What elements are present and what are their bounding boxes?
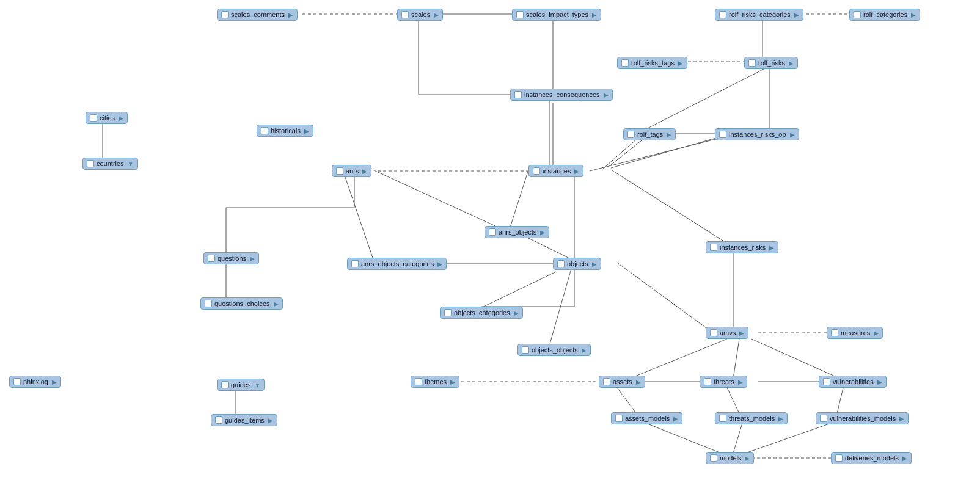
node-arrow-rolf_risks: ▶: [789, 60, 794, 67]
node-measures[interactable]: measures▶: [827, 327, 883, 339]
table-icon-rolf_risks_tags: [621, 59, 629, 67]
svg-line-22: [522, 235, 568, 258]
node-scales_comments[interactable]: scales_comments▶: [217, 9, 298, 21]
node-arrow-instances: ▶: [574, 168, 579, 175]
table-icon-instances_consequences: [514, 91, 522, 98]
node-objects_objects[interactable]: objects_objects▶: [517, 344, 591, 356]
node-label-historicals: historicals: [271, 127, 301, 134]
node-label-questions_choices: questions_choices: [214, 300, 270, 307]
node-arrow-themes: ▶: [450, 379, 455, 385]
node-label-scales_impact_types: scales_impact_types: [526, 11, 588, 18]
node-rolf_risks_categories[interactable]: rolf_risks_categories▶: [715, 9, 803, 21]
node-instances_risks[interactable]: instances_risks▶: [706, 241, 778, 253]
table-icon-objects_categories: [444, 309, 452, 316]
node-historicals[interactable]: historicals▶: [257, 125, 313, 137]
svg-line-27: [474, 272, 556, 311]
node-label-scales: scales: [411, 11, 430, 18]
node-label-deliveries_models: deliveries_models: [845, 454, 899, 462]
node-anrs[interactable]: anrs▶: [332, 165, 371, 177]
node-phinxlog[interactable]: phinxlog▶: [9, 376, 61, 388]
node-questions_choices[interactable]: questions_choices▶: [200, 297, 283, 310]
node-label-countries: countries: [97, 160, 124, 167]
svg-line-45: [745, 423, 831, 453]
node-vulnerabilities[interactable]: vulnerabilities▶: [819, 376, 887, 388]
node-arrow-rolf_tags: ▶: [667, 131, 671, 138]
svg-line-41: [727, 388, 739, 413]
node-label-instances_risks_op: instances_risks_op: [729, 131, 786, 138]
node-assets_models[interactable]: assets_models▶: [611, 412, 682, 424]
table-icon-guides_items: [215, 416, 222, 424]
node-arrow-anrs_objects: ▶: [540, 229, 545, 236]
node-arrow-amvs: ▶: [739, 330, 744, 336]
node-threats[interactable]: threats▶: [700, 376, 747, 388]
node-amvs[interactable]: amvs▶: [706, 327, 748, 339]
node-cities[interactable]: cities▶: [86, 112, 128, 124]
table-icon-instances_risks_op: [719, 131, 726, 138]
node-instances_consequences[interactable]: instances_consequences▶: [510, 89, 613, 101]
node-objects_categories[interactable]: objects_categories▶: [440, 307, 523, 319]
node-label-instances: instances: [543, 167, 571, 175]
svg-line-30: [617, 263, 709, 330]
node-rolf_risks_tags[interactable]: rolf_risks_tags▶: [617, 57, 687, 69]
node-rolf_tags[interactable]: rolf_tags▶: [623, 128, 676, 140]
node-instances_risks_op[interactable]: instances_risks_op▶: [715, 128, 799, 140]
node-rolf_risks[interactable]: rolf_risks▶: [744, 57, 798, 69]
node-objects[interactable]: objects▶: [553, 258, 601, 270]
table-icon-models: [710, 454, 717, 462]
svg-line-34: [751, 339, 840, 379]
svg-line-23: [345, 177, 373, 258]
node-label-rolf_risks_tags: rolf_risks_tags: [631, 59, 675, 67]
node-arrow-countries: ▼: [128, 161, 134, 167]
node-guides[interactable]: guides▼: [217, 379, 265, 391]
node-rolf_categories[interactable]: rolf_categories▶: [849, 9, 920, 21]
node-anrs_objects_categories[interactable]: anrs_objects_categories▶: [347, 258, 447, 270]
node-themes[interactable]: themes▶: [411, 376, 459, 388]
node-label-instances_risks: instances_risks: [720, 244, 766, 251]
svg-line-32: [629, 339, 727, 379]
table-icon-questions_choices: [205, 300, 212, 307]
node-arrow-objects: ▶: [592, 261, 597, 267]
node-arrow-objects_objects: ▶: [582, 347, 587, 354]
node-arrow-scales: ▶: [434, 12, 439, 18]
node-arrow-rolf_risks_tags: ▶: [678, 60, 683, 67]
node-arrow-guides: ▼: [254, 382, 260, 388]
node-label-questions: questions: [218, 255, 246, 262]
node-label-phinxlog: phinxlog: [23, 378, 48, 385]
table-icon-anrs_objects_categories: [351, 260, 359, 267]
node-vulnerabilities_models[interactable]: vulnerabilities_models▶: [816, 412, 909, 424]
node-label-amvs: amvs: [720, 329, 736, 336]
node-arrow-cities: ▶: [119, 115, 123, 122]
node-arrow-threats_models: ▶: [778, 415, 783, 422]
node-models[interactable]: models▶: [706, 452, 754, 464]
node-arrow-historicals: ▶: [304, 128, 309, 134]
table-icon-threats: [704, 378, 711, 385]
node-scales[interactable]: scales▶: [397, 9, 443, 21]
table-icon-themes: [415, 378, 422, 385]
node-label-themes: themes: [425, 378, 447, 385]
node-arrow-vulnerabilities_models: ▶: [899, 415, 904, 422]
node-countries[interactable]: countries▼: [82, 158, 138, 170]
node-deliveries_models[interactable]: deliveries_models▶: [831, 452, 912, 464]
table-icon-phinxlog: [13, 378, 21, 385]
node-arrow-objects_categories: ▶: [514, 310, 519, 316]
node-arrow-questions: ▶: [250, 255, 255, 262]
node-anrs_objects[interactable]: anrs_objects▶: [485, 226, 549, 238]
node-assets[interactable]: assets▶: [599, 376, 645, 388]
node-arrow-anrs_objects_categories: ▶: [437, 261, 442, 267]
node-label-cities: cities: [100, 114, 115, 122]
table-icon-assets: [603, 378, 610, 385]
node-scales_impact_types[interactable]: scales_impact_types▶: [512, 9, 601, 21]
node-questions[interactable]: questions▶: [203, 252, 259, 264]
node-label-anrs: anrs: [346, 167, 359, 175]
node-guides_items[interactable]: guides_items▶: [211, 414, 277, 426]
node-instances[interactable]: instances▶: [528, 165, 583, 177]
node-arrow-assets_models: ▶: [673, 415, 678, 422]
table-icon-instances: [533, 167, 540, 175]
node-threats_models[interactable]: threats_models▶: [715, 412, 788, 424]
node-label-assets: assets: [613, 378, 632, 385]
node-arrow-instances_consequences: ▶: [604, 92, 609, 98]
svg-line-44: [733, 423, 742, 453]
node-label-threats: threats: [714, 378, 734, 385]
node-label-objects_categories: objects_categories: [454, 309, 510, 316]
table-icon-objects: [557, 260, 565, 267]
